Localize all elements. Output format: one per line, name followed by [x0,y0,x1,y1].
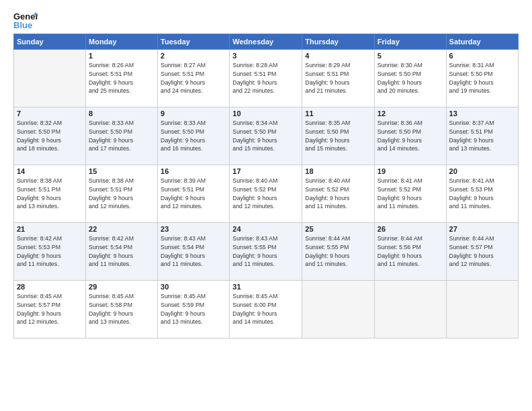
calendar-cell: 10Sunrise: 8:34 AMSunset: 5:50 PMDayligh… [230,107,302,165]
calendar-cell: 26Sunrise: 8:44 AMSunset: 5:56 PMDayligh… [374,223,446,281]
calendar-week-row: 28Sunrise: 8:45 AMSunset: 5:57 PMDayligh… [14,281,519,338]
day-info: Sunrise: 8:28 AMSunset: 5:51 PMDaylight:… [232,61,299,95]
day-number: 8 [89,109,154,118]
calendar-cell: 18Sunrise: 8:40 AMSunset: 5:52 PMDayligh… [302,165,374,223]
page: General Blue SundayMondayTuesdayWednesda… [0,0,532,411]
day-number: 27 [449,225,515,233]
day-number: 25 [305,225,371,233]
day-number: 30 [161,283,226,291]
logo: General Blue [13,11,38,30]
day-info: Sunrise: 8:33 AMSunset: 5:50 PMDaylight:… [161,119,226,153]
weekday-header-tuesday: Tuesday [158,34,230,50]
logo-icon: General Blue [13,11,38,30]
day-info: Sunrise: 8:38 AMSunset: 5:51 PMDaylight:… [89,177,154,211]
day-info: Sunrise: 8:29 AMSunset: 5:51 PMDaylight:… [305,61,371,95]
calendar-cell: 12Sunrise: 8:36 AMSunset: 5:50 PMDayligh… [374,107,446,165]
day-number: 9 [161,109,226,118]
day-number: 26 [378,225,443,233]
calendar-cell: 1Sunrise: 8:26 AMSunset: 5:51 PMDaylight… [86,50,158,107]
day-info: Sunrise: 8:27 AMSunset: 5:51 PMDaylight:… [161,61,226,95]
calendar-cell: 7Sunrise: 8:32 AMSunset: 5:50 PMDaylight… [14,107,86,165]
day-number: 4 [305,52,371,60]
day-info: Sunrise: 8:35 AMSunset: 5:50 PMDaylight:… [305,119,371,153]
calendar-week-row: 1Sunrise: 8:26 AMSunset: 5:51 PMDaylight… [14,50,519,107]
calendar-cell: 11Sunrise: 8:35 AMSunset: 5:50 PMDayligh… [302,107,374,165]
day-number: 1 [89,52,154,60]
calendar-week-row: 14Sunrise: 8:38 AMSunset: 5:51 PMDayligh… [14,165,519,223]
day-info: Sunrise: 8:39 AMSunset: 5:51 PMDaylight:… [161,177,226,211]
day-number: 13 [449,109,515,118]
day-info: Sunrise: 8:45 AMSunset: 5:59 PMDaylight:… [161,292,226,326]
day-info: Sunrise: 8:34 AMSunset: 5:50 PMDaylight:… [232,119,299,153]
calendar-cell: 6Sunrise: 8:31 AMSunset: 5:50 PMDaylight… [446,50,518,107]
day-info: Sunrise: 8:31 AMSunset: 5:50 PMDaylight:… [449,61,515,95]
day-number: 7 [17,109,83,118]
day-info: Sunrise: 8:40 AMSunset: 5:52 PMDaylight:… [232,177,299,211]
calendar-cell: 3Sunrise: 8:28 AMSunset: 5:51 PMDaylight… [230,50,302,107]
day-info: Sunrise: 8:26 AMSunset: 5:51 PMDaylight:… [89,61,154,95]
calendar-cell [14,50,86,107]
day-info: Sunrise: 8:44 AMSunset: 5:57 PMDaylight:… [449,234,515,269]
day-info: Sunrise: 8:45 AMSunset: 5:57 PMDaylight:… [17,292,83,326]
calendar-week-row: 7Sunrise: 8:32 AMSunset: 5:50 PMDaylight… [14,107,519,165]
calendar-week-row: 21Sunrise: 8:42 AMSunset: 5:53 PMDayligh… [14,223,519,281]
day-number: 15 [89,167,154,175]
calendar-cell: 27Sunrise: 8:44 AMSunset: 5:57 PMDayligh… [446,223,518,281]
calendar-cell: 9Sunrise: 8:33 AMSunset: 5:50 PMDaylight… [158,107,230,165]
calendar-header-row: SundayMondayTuesdayWednesdayThursdayFrid… [14,34,519,50]
calendar-cell: 31Sunrise: 8:45 AMSunset: 6:00 PMDayligh… [230,281,302,338]
weekday-header-thursday: Thursday [302,34,374,50]
calendar-cell: 19Sunrise: 8:41 AMSunset: 5:52 PMDayligh… [374,165,446,223]
weekday-header-monday: Monday [86,34,158,50]
day-info: Sunrise: 8:43 AMSunset: 5:55 PMDaylight:… [232,234,299,269]
weekday-header-sunday: Sunday [14,34,86,50]
day-info: Sunrise: 8:42 AMSunset: 5:53 PMDaylight:… [17,234,83,269]
day-number: 3 [232,52,299,60]
day-info: Sunrise: 8:32 AMSunset: 5:50 PMDaylight:… [17,119,83,153]
day-info: Sunrise: 8:44 AMSunset: 5:56 PMDaylight:… [378,234,443,269]
day-number: 14 [17,167,83,175]
day-number: 24 [232,225,299,233]
day-number: 17 [232,167,299,175]
weekday-header-saturday: Saturday [446,34,518,50]
day-info: Sunrise: 8:41 AMSunset: 5:52 PMDaylight:… [378,177,443,211]
calendar-cell: 21Sunrise: 8:42 AMSunset: 5:53 PMDayligh… [14,223,86,281]
calendar-cell: 13Sunrise: 8:37 AMSunset: 5:51 PMDayligh… [446,107,518,165]
day-info: Sunrise: 8:37 AMSunset: 5:51 PMDaylight:… [449,119,515,153]
weekday-header-wednesday: Wednesday [230,34,302,50]
day-number: 19 [378,167,443,175]
day-number: 2 [161,52,226,60]
day-info: Sunrise: 8:44 AMSunset: 5:55 PMDaylight:… [305,234,371,269]
calendar-table: SundayMondayTuesdayWednesdayThursdayFrid… [13,34,519,338]
calendar-cell: 25Sunrise: 8:44 AMSunset: 5:55 PMDayligh… [302,223,374,281]
calendar-cell: 20Sunrise: 8:41 AMSunset: 5:53 PMDayligh… [446,165,518,223]
day-number: 18 [305,167,371,175]
calendar-cell: 22Sunrise: 8:42 AMSunset: 5:54 PMDayligh… [86,223,158,281]
day-number: 22 [89,225,154,233]
calendar-cell [374,281,446,338]
calendar-cell: 2Sunrise: 8:27 AMSunset: 5:51 PMDaylight… [158,50,230,107]
calendar-cell: 14Sunrise: 8:38 AMSunset: 5:51 PMDayligh… [14,165,86,223]
day-info: Sunrise: 8:41 AMSunset: 5:53 PMDaylight:… [449,177,515,211]
day-number: 5 [378,52,443,60]
day-number: 6 [449,52,515,60]
calendar-cell: 24Sunrise: 8:43 AMSunset: 5:55 PMDayligh… [230,223,302,281]
day-number: 11 [305,109,371,118]
day-info: Sunrise: 8:30 AMSunset: 5:50 PMDaylight:… [378,61,443,95]
day-info: Sunrise: 8:36 AMSunset: 5:50 PMDaylight:… [378,119,443,153]
calendar-cell: 29Sunrise: 8:45 AMSunset: 5:58 PMDayligh… [86,281,158,338]
calendar-cell: 23Sunrise: 8:43 AMSunset: 5:54 PMDayligh… [158,223,230,281]
day-number: 20 [449,167,515,175]
day-number: 12 [378,109,443,118]
day-number: 23 [161,225,226,233]
header: General Blue [13,11,519,30]
day-number: 21 [17,225,83,233]
day-number: 16 [161,167,226,175]
day-info: Sunrise: 8:40 AMSunset: 5:52 PMDaylight:… [305,177,371,211]
calendar-cell: 16Sunrise: 8:39 AMSunset: 5:51 PMDayligh… [158,165,230,223]
day-info: Sunrise: 8:38 AMSunset: 5:51 PMDaylight:… [17,177,83,211]
day-number: 28 [17,283,83,291]
calendar-cell [302,281,374,338]
calendar-cell: 8Sunrise: 8:33 AMSunset: 5:50 PMDaylight… [86,107,158,165]
day-info: Sunrise: 8:45 AMSunset: 6:00 PMDaylight:… [232,292,299,326]
